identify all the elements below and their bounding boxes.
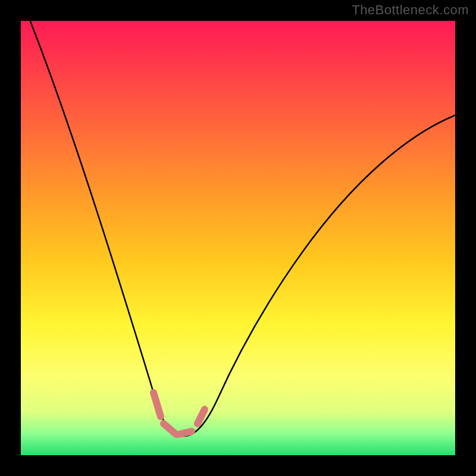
gradient-background [21, 21, 455, 455]
chart-frame: TheBottleneck.com [0, 0, 476, 476]
bottleneck-chart [0, 0, 476, 476]
svg-line-3 [178, 431, 192, 434]
watermark-text: TheBottleneck.com [352, 2, 469, 18]
